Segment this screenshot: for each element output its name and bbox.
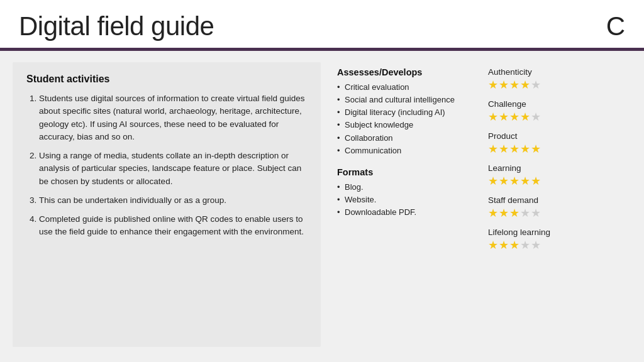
student-activities-title: Student activities (26, 74, 307, 85)
content-area: Student activities Students use digital … (0, 51, 644, 353)
student-activities-list: Students use digital sources of informat… (26, 92, 307, 239)
rating-row-lifelong-learning: Lifelong learning★★★★★ (488, 228, 623, 252)
rating-label-3: Learning (488, 163, 623, 173)
page-title: Digital field guide (19, 11, 214, 41)
rating-stars-4: ★★★★★ (488, 206, 623, 220)
student-activity-item-1: Students use digital sources of informat… (39, 92, 307, 143)
rating-row-authenticity: Authenticity★★★★★ (488, 67, 623, 92)
assesses-item-2: Social and cultural intelligence (337, 94, 463, 106)
student-activity-item-2: Using a range of media, students collate… (39, 150, 307, 188)
formats-item-3: Downloadable PDF. (337, 206, 463, 219)
rating-label-0: Authenticity (488, 67, 623, 77)
assesses-item-3: Digital literacy (including AI) (337, 106, 463, 119)
rating-stars-2: ★★★★★ (488, 142, 623, 156)
rating-stars-3: ★★★★★ (488, 174, 623, 188)
header: Digital field guide C (0, 0, 644, 48)
formats-item-1: Blog. (337, 181, 463, 194)
rating-row-product: Product★★★★★ (488, 131, 623, 156)
assesses-list: Critical evaluationSocial and cultural i… (337, 81, 463, 157)
left-panel: Student activities Students use digital … (13, 62, 321, 347)
rating-label-5: Lifelong learning (488, 228, 623, 237)
rating-row-learning: Learning★★★★★ (488, 163, 623, 188)
assesses-item-4: Subject knowledge (337, 119, 463, 131)
student-activity-item-4: Completed guide is published online with… (39, 213, 307, 239)
formats-list: Blog.Website.Downloadable PDF. (337, 181, 463, 219)
rating-label-4: Staff demand (488, 195, 623, 205)
rating-label-1: Challenge (488, 99, 623, 109)
assesses-item-6: Communication (337, 145, 463, 157)
rating-label-2: Product (488, 131, 623, 141)
formats-title: Formats (337, 167, 463, 177)
student-activity-item-3: This can be undertaken individually or a… (39, 194, 307, 207)
rating-stars-0: ★★★★★ (488, 78, 623, 92)
formats-item-2: Website. (337, 194, 463, 206)
rating-stars-5: ★★★★★ (488, 238, 623, 252)
assesses-item-1: Critical evaluation (337, 81, 463, 94)
middle-panel: Assesses/Develops Critical evaluationSoc… (331, 62, 469, 347)
rating-row-challenge: Challenge★★★★★ (488, 99, 623, 124)
assesses-item-5: Collaboration (337, 132, 463, 145)
right-panel: Authenticity★★★★★Challenge★★★★★Product★★… (479, 62, 631, 347)
rating-stars-1: ★★★★★ (488, 110, 623, 124)
header-letter: C (606, 11, 625, 41)
rating-row-staff-demand: Staff demand★★★★★ (488, 195, 623, 220)
assesses-title: Assesses/Develops (337, 67, 463, 77)
